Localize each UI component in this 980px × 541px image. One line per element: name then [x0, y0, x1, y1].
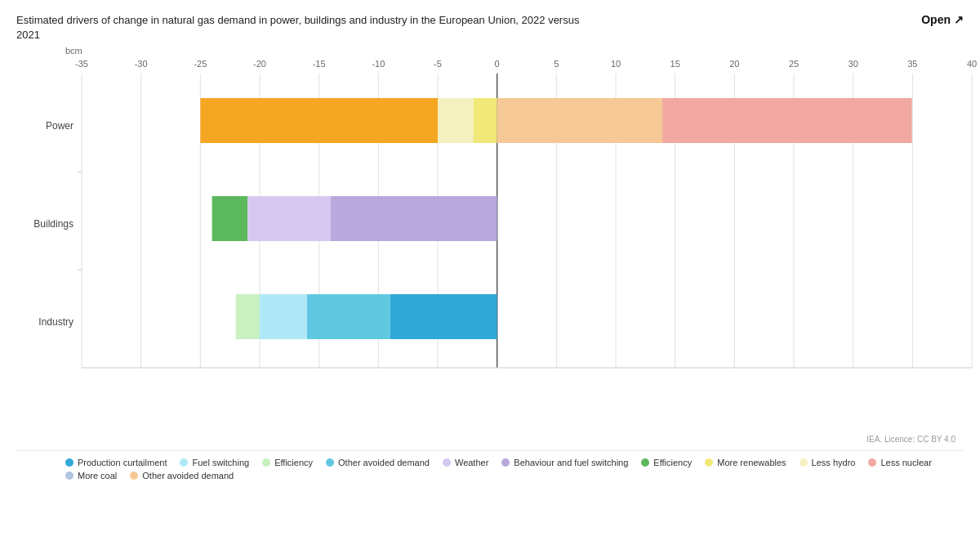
- legend-dot-more-coal: [65, 472, 74, 480]
- legend-label-other-avoided-power: Other avoided demand: [142, 471, 234, 481]
- legend-row-2: More coal Other avoided demand: [65, 471, 964, 481]
- buildings-efficiency-bar: [212, 196, 248, 241]
- legend-item-other-avoided-power: Other avoided demand: [130, 471, 234, 481]
- power-other-avoided-bar: [497, 98, 663, 143]
- power-efficiency-bar: [200, 98, 438, 143]
- chart-title: Estimated drivers of change in natural g…: [16, 13, 588, 42]
- open-icon: ↗: [954, 13, 964, 26]
- svg-text:0: 0: [495, 59, 500, 69]
- svg-text:Industry: Industry: [38, 316, 74, 328]
- power-less-nuclear-bar: [662, 98, 912, 143]
- svg-text:Power: Power: [46, 120, 74, 132]
- chart-container: Estimated drivers of change in natural g…: [0, 0, 980, 541]
- legend-dot-behaviour: [501, 458, 510, 467]
- industry-fuel-switching-bar: [260, 294, 307, 339]
- legend-dot-less-nuclear: [868, 458, 876, 467]
- svg-text:15: 15: [670, 59, 680, 69]
- legend-dot-weather: [443, 458, 451, 467]
- svg-text:-30: -30: [135, 59, 148, 69]
- legend-item-less-nuclear: Less nuclear: [868, 458, 931, 467]
- legend-dot-fuel-switching: [180, 458, 188, 467]
- legend-label-weather: Weather: [455, 458, 488, 467]
- industry-other-bar: [307, 294, 390, 339]
- svg-text:Buildings: Buildings: [33, 218, 74, 230]
- chart-svg: -35 -30 -25 -20 -15 -10 -5 0 5 10 15 20 …: [16, 57, 964, 433]
- legend-dot-other-avoided-industry: [326, 458, 334, 467]
- buildings-other-avoided-bar: [247, 196, 331, 241]
- svg-text:-5: -5: [434, 59, 442, 69]
- svg-text:-35: -35: [75, 59, 88, 69]
- legend-label-efficiency-buildings: Efficiency: [653, 458, 692, 467]
- legend-label-more-coal: More coal: [78, 471, 117, 481]
- legend-label-more-renewables: More renewables: [717, 458, 786, 467]
- legend-dot-other-avoided-power: [130, 472, 138, 480]
- legend-dot-less-hydro: [800, 458, 808, 467]
- legend-label-less-nuclear: Less nuclear: [880, 458, 931, 467]
- legend-item-production-curtailment: Production curtailment: [65, 458, 167, 467]
- power-renewables-bar: [474, 98, 497, 143]
- buildings-behaviour-bar: [331, 196, 497, 241]
- legend-dot-production-curtailment: [65, 458, 74, 467]
- legend-label-less-hydro: Less hydro: [812, 458, 856, 467]
- legend-row-1: Production curtailment Fuel switching Ef…: [65, 458, 964, 467]
- svg-text:40: 40: [967, 59, 977, 69]
- industry-prod-curtailment-bar: [390, 294, 497, 339]
- legend-item-more-renewables: More renewables: [705, 458, 786, 467]
- legend-item-behaviour: Behaviour and fuel switching: [501, 458, 628, 467]
- svg-text:5: 5: [554, 59, 559, 69]
- svg-text:30: 30: [849, 59, 858, 69]
- legend-label-efficiency-industry: Efficiency: [274, 458, 313, 467]
- svg-text:-25: -25: [194, 59, 207, 69]
- power-weather-bar: [438, 98, 474, 143]
- iea-credit: IEA. Licence: CC BY 4.0: [16, 435, 964, 444]
- legend-label-other-avoided-industry: Other avoided demand: [338, 458, 430, 467]
- svg-text:-20: -20: [253, 59, 266, 69]
- svg-text:-15: -15: [313, 59, 326, 69]
- open-label: Open: [921, 13, 951, 26]
- svg-text:10: 10: [611, 59, 621, 69]
- header-row: Estimated drivers of change in natural g…: [16, 13, 964, 42]
- legend-item-efficiency-buildings: Efficiency: [641, 458, 692, 467]
- legend-label-behaviour: Behaviour and fuel switching: [514, 458, 628, 467]
- legend-item-weather: Weather: [443, 458, 488, 467]
- svg-text:-10: -10: [372, 59, 385, 69]
- legend-label-fuel-switching: Fuel switching: [192, 458, 249, 467]
- legend-item-fuel-switching: Fuel switching: [180, 458, 249, 467]
- legend-dot-more-renewables: [705, 458, 713, 467]
- legend-item-efficiency-industry: Efficiency: [262, 458, 313, 467]
- legend-dot-efficiency-buildings: [641, 458, 649, 467]
- legend-item-other-avoided-industry: Other avoided demand: [326, 458, 430, 467]
- legend-label-production-curtailment: Production curtailment: [78, 458, 167, 467]
- svg-text:20: 20: [729, 59, 739, 69]
- industry-efficiency-bar: [236, 294, 260, 339]
- svg-text:35: 35: [907, 59, 917, 69]
- open-button[interactable]: Open ↗: [921, 13, 964, 26]
- unit-label: bcm: [65, 46, 964, 56]
- legend-item-more-coal: More coal: [65, 471, 117, 481]
- svg-text:25: 25: [789, 59, 799, 69]
- legend-item-less-hydro: Less hydro: [800, 458, 856, 467]
- legend-area: Production curtailment Fuel switching Ef…: [16, 450, 964, 481]
- legend-dot-efficiency-industry: [262, 458, 270, 467]
